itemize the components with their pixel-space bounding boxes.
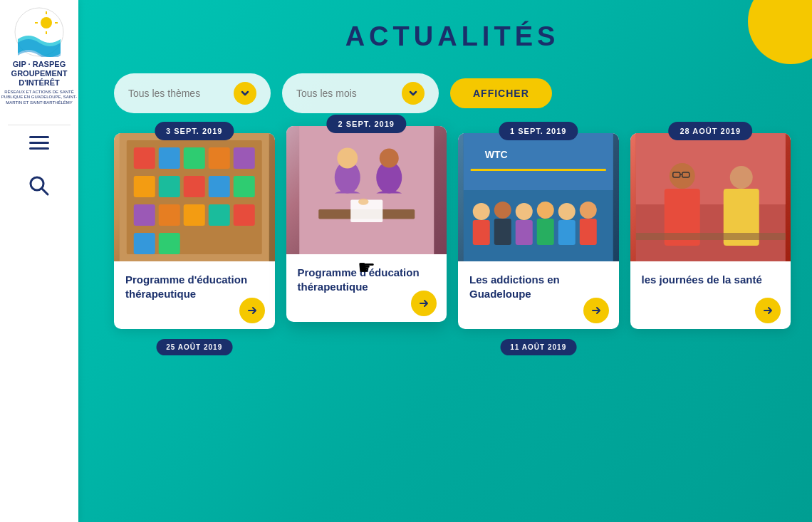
svg-point-43 [516, 203, 533, 220]
sidebar-divider [8, 125, 71, 125]
svg-rect-44 [516, 220, 533, 245]
card-2[interactable]: 2 SEPT. 2019 [286, 126, 447, 322]
card-3-image: WTC [458, 133, 619, 261]
svg-rect-42 [494, 219, 511, 245]
svg-rect-24 [234, 204, 255, 226]
partial-card-wrapper-1: 25 AOÛT 2019 [114, 349, 275, 377]
svg-rect-36 [464, 133, 613, 190]
svg-rect-60 [635, 233, 785, 240]
org-name: Groupement d'Intérêt [0, 69, 78, 88]
svg-rect-52 [635, 133, 785, 204]
card-3-arrow[interactable] [583, 298, 609, 323]
logo-text: GIP · RASPEG Groupement d'Intérêt RÉSEAU… [0, 60, 78, 106]
org-abbr: GIP · RASPEG [0, 60, 78, 69]
svg-point-47 [558, 203, 576, 220]
card-3-title: Les addictions en Guadeloupe [469, 273, 608, 301]
svg-rect-19 [234, 176, 255, 197]
logo-area: GIP · RASPEG Groupement d'Intérêt RÉSEAU… [0, 7, 78, 106]
svg-point-39 [473, 203, 490, 220]
svg-point-32 [379, 149, 398, 168]
svg-rect-15 [134, 176, 155, 197]
svg-rect-40 [473, 220, 490, 245]
svg-rect-13 [209, 147, 230, 169]
card-4-image [630, 133, 791, 261]
months-label: Tous les mois [296, 88, 395, 99]
svg-rect-18 [209, 176, 230, 197]
filters-row: Tous les thèmes Tous les mois AFFICHER [114, 73, 791, 113]
card-4-arrow[interactable] [755, 298, 781, 323]
card-4-date: 28 AOÛT 2019 [668, 122, 752, 140]
svg-rect-48 [558, 220, 576, 245]
card-2-title: Programme d'éducation thérapeutique [298, 266, 436, 293]
afficher-button[interactable]: AFFICHER [450, 78, 552, 108]
page-title: ACTUALITÉS [114, 21, 791, 52]
search-icon [28, 174, 51, 197]
logo-icon [14, 7, 64, 57]
svg-point-30 [337, 148, 358, 169]
card-3[interactable]: 1 SEPT. 2019 WTC [458, 133, 619, 329]
svg-line-7 [42, 188, 48, 194]
card-1-image [114, 133, 275, 261]
partial-card-wrapper-2 [286, 349, 447, 377]
themes-chevron [234, 82, 256, 105]
svg-rect-27 [299, 126, 434, 254]
card-1-date: 3 SEPT. 2019 [155, 122, 234, 140]
svg-point-45 [537, 202, 554, 219]
partial-card-wrapper-3: 11 AOÛT 2019 [458, 349, 619, 377]
card-4[interactable]: 28 AOÛT 2019 [630, 133, 791, 329]
svg-rect-25 [134, 233, 155, 254]
sidebar: GIP · RASPEG Groupement d'Intérêt RÉSEAU… [0, 0, 78, 522]
months-dropdown[interactable]: Tous les mois [282, 73, 439, 113]
svg-rect-26 [159, 233, 180, 254]
svg-point-1 [41, 17, 52, 28]
svg-rect-21 [159, 204, 180, 226]
svg-rect-38 [471, 169, 606, 171]
bottom-card-3-date: 11 AOÛT 2019 [500, 339, 576, 355]
svg-point-34 [358, 199, 368, 205]
card-1-arrow[interactable] [239, 298, 265, 323]
svg-point-49 [580, 202, 597, 219]
svg-rect-23 [209, 204, 230, 226]
hamburger-menu[interactable] [29, 132, 49, 153]
org-desc: RÉSEAUX ET ACTIONS DE SANTÉ PUBLIQUE EN … [0, 90, 78, 106]
bottom-card-1-date: 25 AOÛT 2019 [156, 339, 232, 355]
content-area: ACTUALITÉS Tous les thèmes Tous les mois [78, 0, 812, 377]
svg-rect-14 [234, 147, 255, 169]
svg-rect-10 [134, 147, 155, 169]
svg-point-41 [494, 202, 511, 219]
card-2-arrow[interactable] [411, 291, 437, 316]
themes-dropdown[interactable]: Tous les thèmes [114, 73, 271, 113]
months-chevron [402, 82, 425, 105]
main-content: ACTUALITÉS Tous les thèmes Tous les mois [78, 0, 812, 522]
svg-rect-17 [184, 176, 205, 197]
svg-text:WTC: WTC [485, 149, 508, 160]
svg-rect-46 [537, 219, 554, 245]
card-2-image [286, 126, 447, 254]
card-3-date: 1 SEPT. 2019 [499, 122, 578, 140]
svg-rect-12 [184, 147, 205, 169]
search-button[interactable] [28, 174, 51, 200]
cards-row-1: 3 SEPT. 2019 [114, 133, 791, 329]
svg-rect-20 [134, 204, 155, 226]
svg-rect-11 [159, 147, 180, 169]
themes-label: Tous les thèmes [128, 88, 227, 99]
card-1[interactable]: 3 SEPT. 2019 [114, 133, 275, 329]
svg-rect-50 [580, 219, 597, 245]
card-1-title: Programme d'éducation thérapeutique [125, 273, 264, 301]
svg-rect-22 [184, 204, 205, 226]
svg-point-58 [729, 166, 752, 189]
partial-card-wrapper-4 [630, 349, 791, 377]
card-2-date: 2 SEPT. 2019 [327, 115, 406, 133]
svg-rect-16 [159, 176, 180, 197]
cards-row-2: 25 AOÛT 2019 11 AOÛT 2019 [114, 349, 791, 377]
card-4-title: les journées de la santé [642, 273, 780, 287]
